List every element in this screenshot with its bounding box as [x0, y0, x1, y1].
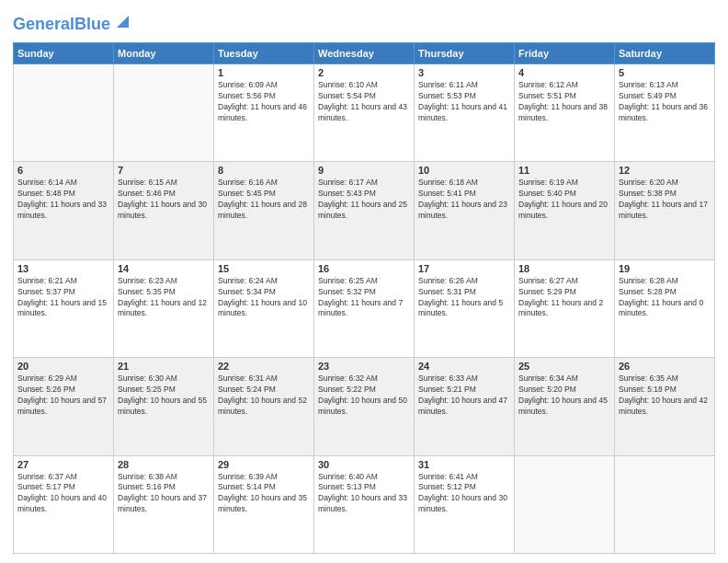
- calendar-day-cell: 14Sunrise: 6:23 AM Sunset: 5:35 PM Dayli…: [114, 259, 214, 357]
- logo-blue: Blue: [74, 15, 110, 33]
- calendar-day-cell: 26Sunrise: 6:35 AM Sunset: 5:18 PM Dayli…: [615, 358, 715, 455]
- weekday-header-row: SundayMondayTuesdayWednesdayThursdayFrid…: [14, 43, 715, 64]
- day-info: Sunrise: 6:09 AM Sunset: 5:56 PM Dayligh…: [218, 80, 310, 124]
- logo: GeneralBlue: [13, 9, 132, 35]
- day-number: 25: [518, 361, 610, 372]
- calendar-week-row: 13Sunrise: 6:21 AM Sunset: 5:37 PM Dayli…: [14, 259, 715, 357]
- day-info: Sunrise: 6:27 AM Sunset: 5:29 PM Dayligh…: [518, 276, 610, 320]
- calendar-day-cell: 15Sunrise: 6:24 AM Sunset: 5:34 PM Dayli…: [214, 259, 314, 357]
- day-info: Sunrise: 6:40 AM Sunset: 5:13 PM Dayligh…: [318, 472, 410, 516]
- calendar-day-cell: 7Sunrise: 6:15 AM Sunset: 5:46 PM Daylig…: [114, 162, 214, 259]
- day-info: Sunrise: 6:32 AM Sunset: 5:22 PM Dayligh…: [318, 373, 410, 418]
- day-info: Sunrise: 6:18 AM Sunset: 5:41 PM Dayligh…: [418, 178, 510, 222]
- day-number: 12: [619, 165, 711, 176]
- day-info: Sunrise: 6:25 AM Sunset: 5:32 PM Dayligh…: [318, 276, 410, 320]
- calendar-week-row: 6Sunrise: 6:14 AM Sunset: 5:48 PM Daylig…: [14, 162, 715, 259]
- day-number: 20: [17, 361, 109, 372]
- weekday-header-cell: Thursday: [415, 43, 515, 64]
- day-number: 23: [318, 361, 410, 372]
- calendar-day-cell: 31Sunrise: 6:41 AM Sunset: 5:12 PM Dayli…: [415, 455, 515, 553]
- day-number: 11: [518, 165, 610, 176]
- day-number: 28: [118, 459, 210, 470]
- day-info: Sunrise: 6:19 AM Sunset: 5:40 PM Dayligh…: [518, 178, 610, 222]
- day-number: 8: [218, 165, 310, 176]
- day-info: Sunrise: 6:12 AM Sunset: 5:51 PM Dayligh…: [518, 80, 610, 124]
- calendar-day-cell: 4Sunrise: 6:12 AM Sunset: 5:51 PM Daylig…: [515, 64, 615, 162]
- day-number: 1: [218, 67, 310, 78]
- weekday-header-cell: Friday: [515, 43, 615, 64]
- day-info: Sunrise: 6:21 AM Sunset: 5:37 PM Dayligh…: [17, 276, 109, 320]
- calendar-day-cell: 2Sunrise: 6:10 AM Sunset: 5:54 PM Daylig…: [314, 64, 415, 162]
- day-number: 9: [318, 165, 410, 176]
- calendar-day-cell: 25Sunrise: 6:34 AM Sunset: 5:20 PM Dayli…: [515, 358, 615, 455]
- calendar-day-cell: [515, 455, 615, 553]
- day-info: Sunrise: 6:11 AM Sunset: 5:53 PM Dayligh…: [418, 80, 510, 124]
- page: GeneralBlue SundayMondayTuesdayWednesday…: [0, 0, 728, 563]
- calendar-day-cell: 27Sunrise: 6:37 AM Sunset: 5:17 PM Dayli…: [14, 455, 114, 553]
- day-number: 13: [17, 263, 109, 274]
- day-info: Sunrise: 6:37 AM Sunset: 5:17 PM Dayligh…: [17, 472, 109, 516]
- day-number: 14: [118, 263, 210, 274]
- calendar-day-cell: 29Sunrise: 6:39 AM Sunset: 5:14 PM Dayli…: [214, 455, 314, 553]
- svg-marker-0: [117, 16, 129, 28]
- day-number: 24: [418, 361, 510, 372]
- weekday-header-cell: Tuesday: [214, 43, 314, 64]
- calendar-day-cell: [14, 64, 114, 162]
- day-number: 7: [118, 165, 210, 176]
- day-info: Sunrise: 6:15 AM Sunset: 5:46 PM Dayligh…: [118, 178, 210, 222]
- logo-icon: [112, 11, 132, 31]
- header: GeneralBlue: [13, 9, 715, 35]
- day-number: 26: [619, 361, 711, 372]
- day-number: 17: [418, 263, 510, 274]
- logo-text: GeneralBlue: [13, 16, 110, 32]
- calendar-day-cell: 19Sunrise: 6:28 AM Sunset: 5:28 PM Dayli…: [615, 259, 715, 357]
- weekday-header-cell: Sunday: [14, 43, 114, 64]
- day-info: Sunrise: 6:24 AM Sunset: 5:34 PM Dayligh…: [218, 276, 310, 320]
- day-number: 21: [118, 361, 210, 372]
- day-number: 18: [518, 263, 610, 274]
- weekday-header-cell: Wednesday: [314, 43, 415, 64]
- day-number: 30: [318, 459, 410, 470]
- calendar-day-cell: 23Sunrise: 6:32 AM Sunset: 5:22 PM Dayli…: [314, 358, 415, 455]
- calendar-day-cell: 9Sunrise: 6:17 AM Sunset: 5:43 PM Daylig…: [314, 162, 415, 259]
- calendar-day-cell: 13Sunrise: 6:21 AM Sunset: 5:37 PM Dayli…: [14, 259, 114, 357]
- weekday-header-cell: Saturday: [615, 43, 715, 64]
- calendar-day-cell: [114, 64, 214, 162]
- calendar-day-cell: 18Sunrise: 6:27 AM Sunset: 5:29 PM Dayli…: [515, 259, 615, 357]
- day-info: Sunrise: 6:16 AM Sunset: 5:45 PM Dayligh…: [218, 178, 310, 222]
- calendar-week-row: 20Sunrise: 6:29 AM Sunset: 5:26 PM Dayli…: [14, 358, 715, 455]
- calendar-day-cell: 8Sunrise: 6:16 AM Sunset: 5:45 PM Daylig…: [214, 162, 314, 259]
- day-info: Sunrise: 6:14 AM Sunset: 5:48 PM Dayligh…: [17, 178, 109, 222]
- calendar-day-cell: 28Sunrise: 6:38 AM Sunset: 5:16 PM Dayli…: [114, 455, 214, 553]
- day-info: Sunrise: 6:10 AM Sunset: 5:54 PM Dayligh…: [318, 80, 410, 124]
- day-number: 5: [619, 67, 711, 78]
- calendar-day-cell: 12Sunrise: 6:20 AM Sunset: 5:38 PM Dayli…: [615, 162, 715, 259]
- day-number: 6: [17, 165, 109, 176]
- day-number: 2: [318, 67, 410, 78]
- day-info: Sunrise: 6:13 AM Sunset: 5:49 PM Dayligh…: [619, 80, 711, 124]
- calendar-day-cell: [615, 455, 715, 553]
- day-info: Sunrise: 6:39 AM Sunset: 5:14 PM Dayligh…: [218, 472, 310, 516]
- calendar-body: 1Sunrise: 6:09 AM Sunset: 5:56 PM Daylig…: [14, 64, 715, 554]
- day-info: Sunrise: 6:17 AM Sunset: 5:43 PM Dayligh…: [318, 178, 410, 222]
- calendar-day-cell: 22Sunrise: 6:31 AM Sunset: 5:24 PM Dayli…: [214, 358, 314, 455]
- calendar-day-cell: 16Sunrise: 6:25 AM Sunset: 5:32 PM Dayli…: [314, 259, 415, 357]
- day-info: Sunrise: 6:31 AM Sunset: 5:24 PM Dayligh…: [218, 373, 310, 418]
- calendar-day-cell: 1Sunrise: 6:09 AM Sunset: 5:56 PM Daylig…: [214, 64, 314, 162]
- calendar-day-cell: 17Sunrise: 6:26 AM Sunset: 5:31 PM Dayli…: [415, 259, 515, 357]
- day-info: Sunrise: 6:41 AM Sunset: 5:12 PM Dayligh…: [418, 472, 510, 516]
- weekday-header-cell: Monday: [114, 43, 214, 64]
- day-number: 15: [218, 263, 310, 274]
- day-number: 29: [218, 459, 310, 470]
- calendar-day-cell: 5Sunrise: 6:13 AM Sunset: 5:49 PM Daylig…: [615, 64, 715, 162]
- day-info: Sunrise: 6:20 AM Sunset: 5:38 PM Dayligh…: [619, 178, 711, 222]
- day-info: Sunrise: 6:28 AM Sunset: 5:28 PM Dayligh…: [619, 276, 711, 320]
- day-info: Sunrise: 6:38 AM Sunset: 5:16 PM Dayligh…: [118, 472, 210, 516]
- day-info: Sunrise: 6:30 AM Sunset: 5:25 PM Dayligh…: [118, 373, 210, 418]
- calendar-week-row: 1Sunrise: 6:09 AM Sunset: 5:56 PM Daylig…: [14, 64, 715, 162]
- day-info: Sunrise: 6:29 AM Sunset: 5:26 PM Dayligh…: [17, 373, 109, 418]
- day-info: Sunrise: 6:34 AM Sunset: 5:20 PM Dayligh…: [518, 373, 610, 418]
- day-info: Sunrise: 6:33 AM Sunset: 5:21 PM Dayligh…: [418, 373, 510, 418]
- logo-general: General: [13, 15, 74, 33]
- day-number: 4: [518, 67, 610, 78]
